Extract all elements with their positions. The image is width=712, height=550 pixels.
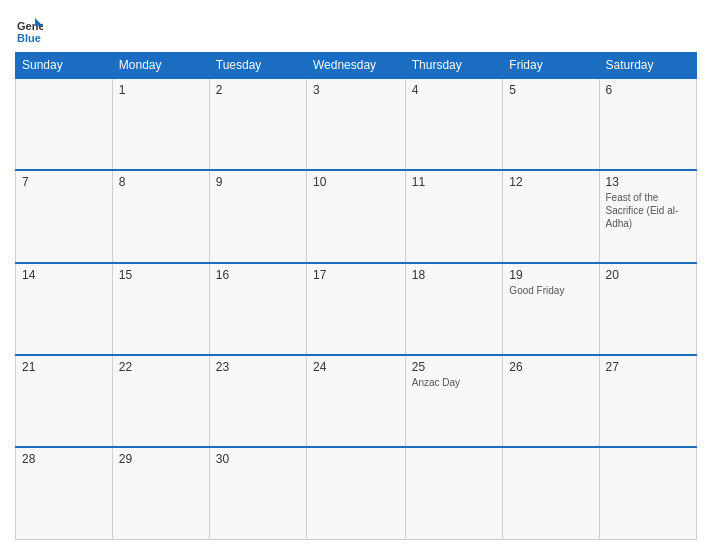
day-number: 11 (412, 175, 497, 189)
calendar-cell (599, 447, 697, 539)
holiday-name: Anzac Day (412, 376, 497, 389)
day-number: 18 (412, 268, 497, 282)
weekday-header-row: SundayMondayTuesdayWednesdayThursdayFrid… (16, 53, 697, 79)
calendar-cell (503, 447, 599, 539)
calendar-cell: 16 (209, 263, 306, 355)
day-number: 7 (22, 175, 106, 189)
day-number: 1 (119, 83, 203, 97)
day-number: 10 (313, 175, 399, 189)
calendar-cell: 15 (112, 263, 209, 355)
calendar-cell: 23 (209, 355, 306, 447)
day-number: 26 (509, 360, 592, 374)
weekday-header-sunday: Sunday (16, 53, 113, 79)
calendar-cell: 4 (405, 78, 503, 170)
calendar-cell: 3 (306, 78, 405, 170)
calendar-cell: 12 (503, 170, 599, 262)
day-number: 9 (216, 175, 300, 189)
holiday-name: Good Friday (509, 284, 592, 297)
calendar-cell: 10 (306, 170, 405, 262)
day-number: 16 (216, 268, 300, 282)
calendar-cell: 9 (209, 170, 306, 262)
calendar-cell: 25Anzac Day (405, 355, 503, 447)
svg-text:Blue: Blue (17, 32, 41, 44)
weekday-header-monday: Monday (112, 53, 209, 79)
calendar-cell: 7 (16, 170, 113, 262)
calendar-header: General Blue (15, 10, 697, 52)
calendar-week-4: 2122232425Anzac Day2627 (16, 355, 697, 447)
calendar-week-1: 123456 (16, 78, 697, 170)
calendar-cell: 13Feast of the Sacrifice (Eid al-Adha) (599, 170, 697, 262)
calendar-week-3: 141516171819Good Friday20 (16, 263, 697, 355)
calendar-cell: 19Good Friday (503, 263, 599, 355)
day-number: 24 (313, 360, 399, 374)
calendar-cell (306, 447, 405, 539)
calendar-week-2: 78910111213Feast of the Sacrifice (Eid a… (16, 170, 697, 262)
day-number: 23 (216, 360, 300, 374)
calendar-cell: 2 (209, 78, 306, 170)
day-number: 13 (606, 175, 691, 189)
day-number: 2 (216, 83, 300, 97)
logo: General Blue (15, 16, 43, 44)
calendar-cell: 28 (16, 447, 113, 539)
day-number: 28 (22, 452, 106, 466)
day-number: 6 (606, 83, 691, 97)
weekday-header-saturday: Saturday (599, 53, 697, 79)
weekday-header-tuesday: Tuesday (209, 53, 306, 79)
day-number: 29 (119, 452, 203, 466)
day-number: 15 (119, 268, 203, 282)
calendar-cell: 29 (112, 447, 209, 539)
day-number: 20 (606, 268, 691, 282)
calendar-cell: 30 (209, 447, 306, 539)
holiday-name: Feast of the Sacrifice (Eid al-Adha) (606, 191, 691, 230)
day-number: 27 (606, 360, 691, 374)
weekday-header-wednesday: Wednesday (306, 53, 405, 79)
day-number: 4 (412, 83, 497, 97)
day-number: 21 (22, 360, 106, 374)
calendar-cell: 1 (112, 78, 209, 170)
day-number: 5 (509, 83, 592, 97)
calendar-cell (16, 78, 113, 170)
calendar-cell: 11 (405, 170, 503, 262)
day-number: 14 (22, 268, 106, 282)
day-number: 12 (509, 175, 592, 189)
weekday-header-thursday: Thursday (405, 53, 503, 79)
day-number: 17 (313, 268, 399, 282)
day-number: 19 (509, 268, 592, 282)
day-number: 25 (412, 360, 497, 374)
weekday-header-friday: Friday (503, 53, 599, 79)
calendar-cell: 6 (599, 78, 697, 170)
calendar-cell: 24 (306, 355, 405, 447)
calendar-cell (405, 447, 503, 539)
day-number: 22 (119, 360, 203, 374)
calendar-table: SundayMondayTuesdayWednesdayThursdayFrid… (15, 52, 697, 540)
logo-icon: General Blue (15, 16, 43, 44)
calendar-cell: 20 (599, 263, 697, 355)
calendar-cell: 14 (16, 263, 113, 355)
calendar-cell: 17 (306, 263, 405, 355)
calendar-cell: 26 (503, 355, 599, 447)
day-number: 30 (216, 452, 300, 466)
calendar-cell: 5 (503, 78, 599, 170)
calendar-cell: 8 (112, 170, 209, 262)
calendar-week-5: 282930 (16, 447, 697, 539)
calendar-cell: 21 (16, 355, 113, 447)
calendar-cell: 27 (599, 355, 697, 447)
calendar-cell: 18 (405, 263, 503, 355)
calendar-cell: 22 (112, 355, 209, 447)
day-number: 3 (313, 83, 399, 97)
day-number: 8 (119, 175, 203, 189)
